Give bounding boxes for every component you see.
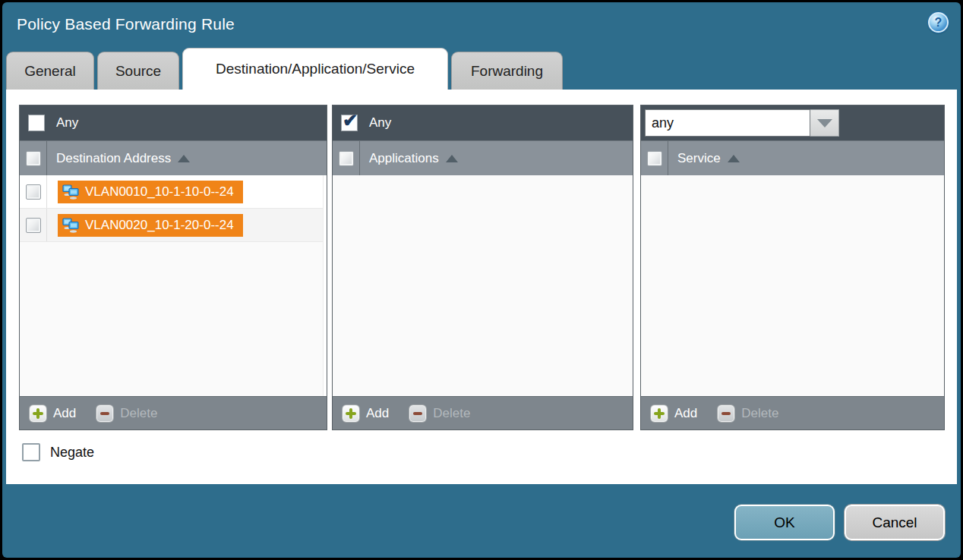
row-checkbox[interactable] bbox=[26, 218, 41, 233]
tab-bar: General Source Destination/Application/S… bbox=[6, 48, 563, 90]
minus-icon bbox=[409, 404, 427, 423]
dialog-actions: OK Cancel bbox=[734, 505, 945, 540]
table-row: VLAN0010_10-1-10-0--24 bbox=[20, 175, 327, 209]
sort-ascending-icon bbox=[178, 155, 190, 162]
tab-source[interactable]: Source bbox=[97, 52, 179, 90]
destination-any-checkbox[interactable] bbox=[28, 115, 45, 131]
address-object-chip[interactable]: VLAN0020_10-1-20-0--24 bbox=[58, 214, 243, 237]
network-address-icon bbox=[62, 218, 79, 233]
scrollbar-track[interactable] bbox=[323, 175, 327, 396]
applications-any-label[interactable]: Any bbox=[369, 115, 391, 131]
service-panel-footer: Add Delete bbox=[641, 396, 944, 429]
destination-list: VLAN0010_10-1-10-0--24 bbox=[20, 175, 327, 396]
service-any-bar bbox=[641, 105, 944, 140]
help-icon[interactable]: ? bbox=[928, 12, 949, 33]
tab-destination-application-service[interactable]: Destination/Application/Service bbox=[182, 48, 448, 90]
destination-address-panel: Any Destination Address bbox=[19, 105, 327, 430]
service-dropdown-input[interactable] bbox=[645, 109, 810, 137]
plus-icon bbox=[29, 404, 47, 423]
cancel-button[interactable]: Cancel bbox=[845, 505, 945, 540]
add-button[interactable]: Add bbox=[342, 404, 389, 423]
plus-icon bbox=[650, 404, 668, 423]
address-object-chip[interactable]: VLAN0010_10-1-10-0--24 bbox=[58, 181, 243, 203]
destination-column-header: Destination Address bbox=[20, 140, 327, 175]
applications-any-bar: Any bbox=[333, 105, 633, 140]
service-dropdown-button[interactable] bbox=[810, 109, 839, 137]
tab-general[interactable]: General bbox=[6, 52, 94, 90]
service-panel: Service Add Delete bbox=[640, 105, 945, 430]
applications-column[interactable]: Applications bbox=[369, 151, 458, 166]
delete-button[interactable]: Delete bbox=[96, 404, 157, 423]
applications-panel-footer: Add Delete bbox=[333, 396, 633, 429]
destination-select-all-checkbox[interactable] bbox=[26, 151, 41, 166]
applications-any-checkbox[interactable] bbox=[341, 115, 358, 131]
table-row: VLAN0020_10-1-20-0--24 bbox=[20, 209, 327, 242]
add-button[interactable]: Add bbox=[29, 404, 76, 423]
ok-button[interactable]: OK bbox=[734, 505, 835, 540]
applications-list bbox=[333, 175, 633, 396]
tab-content: Any Destination Address bbox=[6, 90, 957, 484]
negate-label[interactable]: Negate bbox=[50, 445, 94, 461]
sort-ascending-icon bbox=[446, 155, 458, 162]
service-column-header: Service bbox=[641, 140, 944, 175]
destination-address-column[interactable]: Destination Address bbox=[56, 151, 190, 166]
minus-icon bbox=[717, 404, 735, 423]
applications-column-header: Applications bbox=[333, 140, 633, 175]
service-combobox bbox=[645, 109, 839, 137]
policy-based-forwarding-dialog: Policy Based Forwarding Rule ? General S… bbox=[2, 2, 961, 558]
dialog-title: Policy Based Forwarding Rule bbox=[17, 15, 235, 33]
service-column[interactable]: Service bbox=[677, 151, 740, 166]
negate-option: Negate bbox=[22, 443, 94, 461]
delete-button[interactable]: Delete bbox=[409, 404, 470, 423]
destination-any-bar: Any bbox=[20, 105, 327, 140]
chevron-down-icon bbox=[817, 119, 832, 127]
applications-panel: Any Applications Add Delete bbox=[332, 105, 633, 430]
minus-icon bbox=[96, 404, 114, 423]
applications-select-all-checkbox[interactable] bbox=[339, 151, 354, 166]
destination-any-label[interactable]: Any bbox=[56, 115, 78, 131]
service-select-all-checkbox[interactable] bbox=[647, 151, 662, 166]
sort-ascending-icon bbox=[728, 155, 740, 162]
negate-checkbox[interactable] bbox=[22, 443, 40, 461]
add-button[interactable]: Add bbox=[650, 404, 697, 423]
plus-icon bbox=[342, 404, 360, 423]
delete-button[interactable]: Delete bbox=[717, 404, 778, 423]
service-list bbox=[641, 175, 944, 396]
network-address-icon bbox=[62, 184, 79, 200]
destination-panel-footer: Add Delete bbox=[20, 396, 327, 429]
tab-forwarding[interactable]: Forwarding bbox=[451, 52, 563, 90]
row-checkbox[interactable] bbox=[26, 184, 41, 200]
